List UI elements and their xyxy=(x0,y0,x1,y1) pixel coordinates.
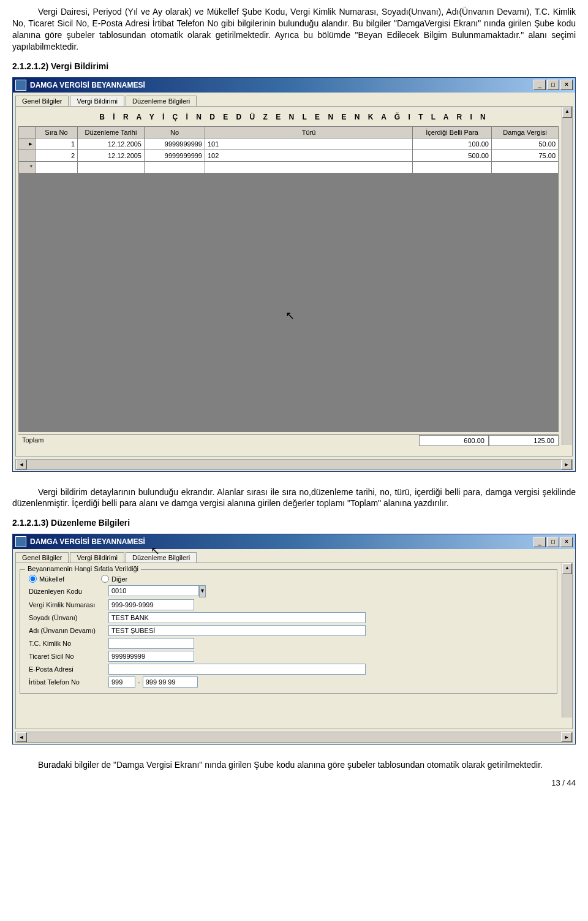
page-number: 13 / 44 xyxy=(12,778,576,787)
label-ticaret: Ticaret Sicil No xyxy=(29,653,108,660)
col-sira-no: Sıra No xyxy=(36,126,78,138)
app-icon xyxy=(15,80,26,91)
total-para: 600.00 xyxy=(419,435,489,446)
title-bar: DAMGA VERGİSİ BEYANNAMESİ _ □ × xyxy=(13,534,575,549)
adi-input[interactable] xyxy=(108,625,366,636)
paragraph-duzenleme: Buradaki bilgiler de "Damga Vergisi Ekra… xyxy=(12,759,576,771)
table-row-new[interactable]: * xyxy=(19,161,559,173)
tabs: Genel Bilgiler Vergi Bildirimi Düzenleme… xyxy=(13,93,575,106)
combo-duzenleyen-kodu[interactable]: ▼ xyxy=(108,585,194,597)
heading-duzenleme-bilgileri: 2.1.2.1.3) Düzenleme Bilgileri xyxy=(12,518,576,528)
cell[interactable]: 12.12.2005 xyxy=(78,150,145,161)
dash: - xyxy=(138,678,140,686)
cell[interactable]: 102 xyxy=(205,150,413,161)
tab-vergi-bildirimi[interactable]: Vergi Bildirimi xyxy=(70,96,124,107)
radio-diger[interactable]: Diğer xyxy=(101,575,127,583)
radio-label: Mükellef xyxy=(39,575,64,583)
window-damga-vergi-bildirimi: DAMGA VERGİSİ BEYANNAMESİ _ □ × Genel Bi… xyxy=(12,77,576,472)
tab-duzenleme-bilgileri[interactable]: Düzenleme Bilgileri xyxy=(126,552,197,563)
group-title: Beyannamenin Hangi Sıfatla Verildiği xyxy=(25,565,141,572)
table-row[interactable]: ▸ 1 12.12.2005 9999999999 101 100.00 50.… xyxy=(19,138,559,150)
telefon-alan-input[interactable] xyxy=(108,677,135,688)
label-vkn: Vergi Kimlik Numarası xyxy=(29,601,108,608)
scroll-up-icon[interactable]: ▲ xyxy=(562,107,572,118)
cell[interactable]: 12.12.2005 xyxy=(78,138,145,150)
tab-body: ▲ Beyannamenin Hangi Sıfatla Verildiği M… xyxy=(15,563,573,729)
row-handle[interactable] xyxy=(19,150,36,161)
label-eposta: E-Posta Adresi xyxy=(29,665,108,673)
label-tckimlik: T.C. Kimlik No xyxy=(29,640,108,647)
paragraph-intro: Vergi Dairesi, Periyod (Yıl ve Ay olarak… xyxy=(12,6,576,53)
grid-title: B İ R A Y İ Ç İ N D E D Ü Z E N L E N E … xyxy=(18,110,570,126)
tab-duzenleme-bilgileri[interactable]: Düzenleme Bilgileri xyxy=(126,96,197,107)
tckimlik-input[interactable] xyxy=(108,638,194,649)
telefon-no-input[interactable] xyxy=(143,677,198,688)
tab-genel-bilgiler[interactable]: Genel Bilgiler xyxy=(15,96,69,107)
vkn-input[interactable] xyxy=(108,599,194,610)
window-title: DAMGA VERGİSİ BEYANNAMESİ xyxy=(30,537,533,546)
tabs: Genel Bilgiler Vergi Bildirimi Düzenleme… xyxy=(13,549,575,563)
total-vergi: 125.00 xyxy=(489,435,559,446)
maximize-button[interactable]: □ xyxy=(547,537,559,547)
window-controls: _ □ × xyxy=(533,537,573,547)
scroll-up-icon[interactable]: ▲ xyxy=(562,563,572,574)
cell[interactable]: 101 xyxy=(205,138,413,150)
cell[interactable]: 50.00 xyxy=(492,138,559,150)
cell[interactable]: 100.00 xyxy=(413,138,492,150)
col-duzenleme-tarihi: Düzenleme Tarihi xyxy=(78,126,145,138)
group-beyanname-sifat: Beyannamenin Hangi Sıfatla Verildiği Mük… xyxy=(20,569,557,694)
horizontal-scrollbar[interactable]: ◄► xyxy=(15,459,573,470)
title-bar: DAMGA VERGİSİ BEYANNAMESİ _ □ × xyxy=(13,78,575,93)
paragraph-vergi-bildirim: Vergi bildirim detaylarının bulunduğu ek… xyxy=(12,487,576,510)
close-button[interactable]: × xyxy=(560,537,573,547)
row-handle-header xyxy=(19,126,36,138)
minimize-button[interactable]: _ xyxy=(533,537,546,547)
radio-mukellef[interactable]: Mükellef xyxy=(29,575,64,583)
scroll-right-icon[interactable]: ► xyxy=(561,460,572,469)
label-telefon: İrtibat Telefon No xyxy=(29,678,108,686)
horizontal-scrollbar[interactable]: ◄► xyxy=(15,732,573,743)
ticaret-input[interactable] xyxy=(108,651,194,662)
col-icerdigi-para: İçerdiği Belli Para xyxy=(413,126,492,138)
tab-vergi-bildirimi[interactable]: Vergi Bildirimi xyxy=(70,552,124,563)
cell[interactable]: 2 xyxy=(36,150,78,161)
app-icon xyxy=(15,536,26,547)
window-title: DAMGA VERGİSİ BEYANNAMESİ xyxy=(30,81,533,89)
table-row[interactable]: 2 12.12.2005 9999999999 102 500.00 75.00 xyxy=(19,150,559,161)
cell[interactable]: 9999999999 xyxy=(145,138,205,150)
label-duzenleyen-kodu: Düzenleyen Kodu xyxy=(29,588,108,595)
vertical-scrollbar[interactable]: ▲ xyxy=(562,107,572,445)
close-button[interactable]: × xyxy=(560,80,573,90)
minimize-button[interactable]: _ xyxy=(533,80,546,90)
totals-row: Toplam 600.00 125.00 xyxy=(18,434,559,446)
scroll-left-icon[interactable]: ◄ xyxy=(16,460,27,469)
grid-empty-area xyxy=(18,173,559,432)
dropdown-icon[interactable]: ▼ xyxy=(199,585,206,597)
window-damga-duzenleme: DAMGA VERGİSİ BEYANNAMESİ _ □ × Genel Bi… xyxy=(12,534,576,745)
col-damga-vergisi: Damga Vergisi xyxy=(492,126,559,138)
tab-body: ▲ B İ R A Y İ Ç İ N D E D Ü Z E N L E N … xyxy=(15,106,573,457)
eposta-input[interactable] xyxy=(108,664,366,675)
soyadi-input[interactable] xyxy=(108,612,366,623)
row-handle-new[interactable]: * xyxy=(19,161,36,173)
vertical-scrollbar[interactable]: ▲ xyxy=(562,563,572,718)
duzenleyen-kodu-input[interactable] xyxy=(108,585,199,596)
radio-mukellef-input[interactable] xyxy=(29,575,37,583)
window-controls: _ □ × xyxy=(533,80,573,90)
cell[interactable]: 75.00 xyxy=(492,150,559,161)
radio-label: Diğer xyxy=(111,575,127,583)
cell[interactable]: 500.00 xyxy=(413,150,492,161)
tab-genel-bilgiler[interactable]: Genel Bilgiler xyxy=(15,552,69,563)
radio-diger-input[interactable] xyxy=(101,575,109,583)
label-soyadi: Soyadı (Ünvanı) xyxy=(29,614,108,621)
scroll-right-icon[interactable]: ► xyxy=(561,732,572,742)
heading-vergi-bildirimi: 2.1.2.1.2) Vergi Bildirimi xyxy=(12,61,576,71)
maximize-button[interactable]: □ xyxy=(547,80,559,90)
cell[interactable]: 9999999999 xyxy=(145,150,205,161)
grid-table[interactable]: Sıra No Düzenleme Tarihi No Türü İçerdiğ… xyxy=(18,126,559,173)
cell[interactable]: 1 xyxy=(36,138,78,150)
row-handle[interactable]: ▸ xyxy=(19,138,36,150)
col-turu: Türü xyxy=(205,126,413,138)
totals-label: Toplam xyxy=(18,435,419,446)
scroll-left-icon[interactable]: ◄ xyxy=(16,732,27,742)
